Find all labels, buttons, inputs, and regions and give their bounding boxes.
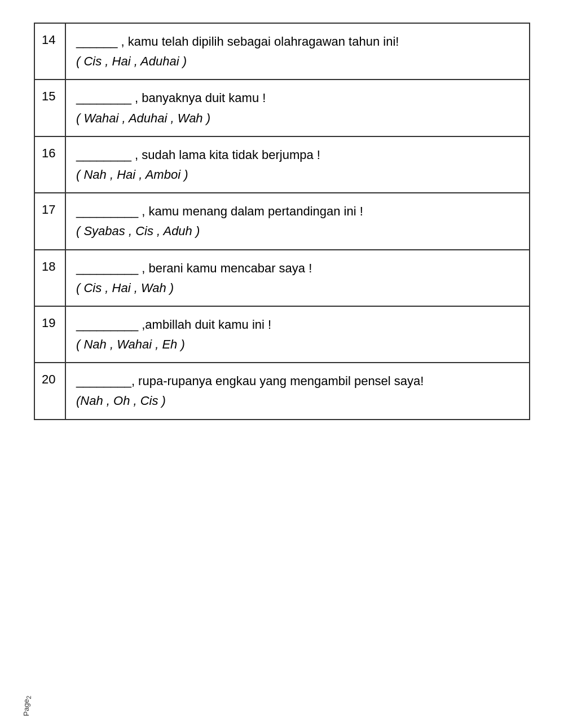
page-label-text: Page — [22, 699, 30, 716]
table-row: 17_________ , kamu menang dalam pertandi… — [34, 193, 530, 249]
question-number: 19 — [34, 306, 65, 363]
page-number-sub: 2 — [25, 696, 32, 699]
question-options-text: ( Cis , Hai , Wah ) — [76, 278, 519, 298]
question-options-text: ( Syabas , Cis , Aduh ) — [76, 221, 519, 241]
page-num-text: Page2 — [22, 696, 32, 716]
question-content: _________ ,ambillah duit kamu ini !( Nah… — [65, 306, 530, 363]
question-content: ________, rupa-rupanya engkau yang menga… — [65, 363, 530, 419]
question-options-text: ( Nah , Hai , Amboi ) — [76, 165, 519, 184]
question-main-text: ________, rupa-rupanya engkau yang menga… — [76, 371, 519, 391]
question-options-text: (Nah , Oh , Cis ) — [76, 391, 519, 411]
table-row: 15________ , banyaknya duit kamu !( Waha… — [34, 80, 530, 136]
question-content: _________ , berani kamu mencabar saya !(… — [65, 250, 530, 306]
question-main-text: _________ , berani kamu mencabar saya ! — [76, 258, 519, 278]
page-number: Page2 — [17, 701, 37, 711]
question-options-text: ( Nah , Wahai , Eh ) — [76, 334, 519, 354]
question-number: 18 — [34, 250, 65, 306]
question-number: 17 — [34, 193, 65, 249]
question-main-text: ________ , banyaknya duit kamu ! — [76, 88, 519, 108]
question-content: ______ , kamu telah dipilih sebagai olah… — [65, 23, 530, 80]
question-content: _________ , kamu menang dalam pertanding… — [65, 193, 530, 249]
question-main-text: _________ ,ambillah duit kamu ini ! — [76, 315, 519, 334]
question-options-text: ( Wahai , Aduhai , Wah ) — [76, 108, 519, 128]
questions-table: 14______ , kamu telah dipilih sebagai ol… — [34, 23, 530, 420]
question-number: 16 — [34, 136, 65, 193]
question-content: ________ , sudah lama kita tidak berjump… — [65, 136, 530, 193]
table-row: 18_________ , berani kamu mencabar saya … — [34, 250, 530, 306]
question-number: 15 — [34, 80, 65, 136]
question-number: 14 — [34, 23, 65, 80]
question-main-text: _________ , kamu menang dalam pertanding… — [76, 201, 519, 221]
question-content: ________ , banyaknya duit kamu !( Wahai … — [65, 80, 530, 136]
question-number: 20 — [34, 363, 65, 419]
page-container: 14______ , kamu telah dipilih sebagai ol… — [0, 0, 564, 728]
question-main-text: ______ , kamu telah dipilih sebagai olah… — [76, 32, 519, 51]
table-row: 19_________ ,ambillah duit kamu ini !( N… — [34, 306, 530, 363]
table-row: 20________, rupa-rupanya engkau yang men… — [34, 363, 530, 419]
table-row: 16________ , sudah lama kita tidak berju… — [34, 136, 530, 193]
table-row: 14______ , kamu telah dipilih sebagai ol… — [34, 23, 530, 80]
question-options-text: ( Cis , Hai , Aduhai ) — [76, 51, 519, 71]
question-main-text: ________ , sudah lama kita tidak berjump… — [76, 145, 519, 165]
